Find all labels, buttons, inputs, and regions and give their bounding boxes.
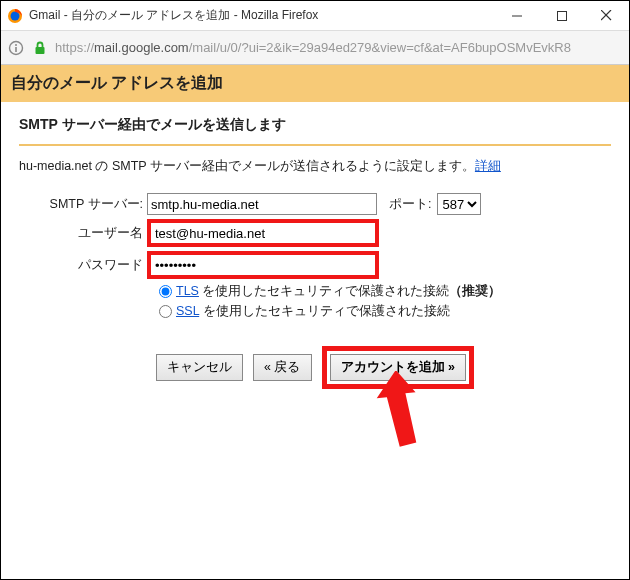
- cancel-button[interactable]: キャンセル: [156, 354, 243, 381]
- url-scheme: https://: [55, 40, 94, 55]
- svg-point-7: [15, 44, 17, 46]
- maximize-icon: [557, 11, 567, 21]
- section-description: hu-media.net の SMTP サーバー経由でメールが送信されるように設…: [19, 158, 611, 175]
- close-icon: [601, 10, 612, 21]
- desc-text: hu-media.net の SMTP サーバー経由でメールが送信されるように設…: [19, 159, 475, 173]
- info-icon[interactable]: [7, 39, 25, 57]
- highlight-box-username: [147, 219, 379, 247]
- tls-link[interactable]: TLS: [176, 284, 199, 298]
- tls-recommended: （推奨）: [449, 284, 501, 298]
- firefox-icon: [7, 8, 23, 24]
- section-title: SMTP サーバー経由でメールを送信します: [19, 116, 611, 134]
- username-label: ユーザー名: [19, 225, 147, 242]
- window-minimize-button[interactable]: [494, 1, 539, 30]
- lock-icon: [31, 39, 49, 57]
- url-path: /mail/u/0/?ui=2&ik=29a94ed279&view=cf&at…: [189, 40, 571, 55]
- page-header: 自分のメール アドレスを追加: [1, 65, 629, 102]
- svg-rect-3: [557, 11, 566, 20]
- tls-radio[interactable]: [159, 285, 172, 298]
- address-bar: https://mail.google.com/mail/u/0/?ui=2&i…: [1, 31, 629, 65]
- tls-text: を使用したセキュリティで保護された接続: [199, 284, 449, 298]
- minimize-icon: [512, 11, 522, 21]
- port-label: ポート:: [389, 196, 431, 213]
- url-display[interactable]: https://mail.google.com/mail/u/0/?ui=2&i…: [55, 40, 623, 55]
- smtp-server-input[interactable]: [147, 193, 377, 215]
- back-button[interactable]: « 戻る: [253, 354, 311, 381]
- url-host: mail.google.com: [94, 40, 189, 55]
- highlight-box-password: [147, 251, 379, 279]
- tls-radio-row: TLS を使用したセキュリティで保護された接続（推奨）: [159, 283, 611, 300]
- svg-rect-8: [15, 47, 17, 52]
- window-titlebar: Gmail - 自分のメール アドレスを追加 - Mozilla Firefox: [1, 1, 629, 31]
- ssl-link[interactable]: SSL: [176, 304, 199, 318]
- ssl-radio-row: SSL を使用したセキュリティで保護された接続: [159, 303, 611, 320]
- username-input[interactable]: [152, 224, 374, 242]
- window-close-button[interactable]: [584, 1, 629, 30]
- port-select[interactable]: 587: [437, 193, 481, 215]
- svg-point-1: [11, 11, 20, 20]
- window-title: Gmail - 自分のメール アドレスを追加 - Mozilla Firefox: [29, 7, 494, 24]
- highlight-box-add-button: アカウントを追加 »: [322, 346, 474, 389]
- divider: [19, 144, 611, 146]
- smtp-label: SMTP サーバー:: [19, 196, 147, 213]
- page-header-title: 自分のメール アドレスを追加: [11, 74, 223, 91]
- ssl-text: を使用したセキュリティで保護された接続: [199, 304, 449, 318]
- add-account-button[interactable]: アカウントを追加 »: [330, 354, 466, 381]
- ssl-radio[interactable]: [159, 305, 172, 318]
- window-maximize-button[interactable]: [539, 1, 584, 30]
- password-input[interactable]: [152, 256, 374, 274]
- password-label: パスワード: [19, 257, 147, 274]
- details-link[interactable]: 詳細: [475, 159, 501, 173]
- button-row: キャンセル « 戻る アカウントを追加 »: [19, 346, 611, 389]
- svg-rect-9: [36, 47, 45, 54]
